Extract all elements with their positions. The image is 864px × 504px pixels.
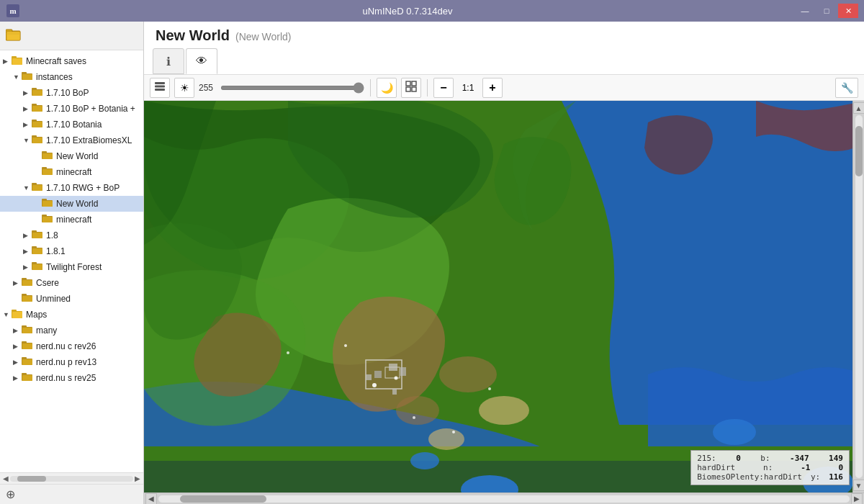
map-vertical-scrollbar[interactable]: ▲ ▼ [852, 101, 864, 492]
map-horizontal-scrollbar[interactable]: ◀ ▶ [144, 492, 864, 504]
tree-item-new-world-2[interactable]: New World [0, 196, 143, 212]
tree-arrow[interactable]: ▶ [23, 105, 32, 112]
zoom-level: 1:1 [458, 83, 478, 93]
tree-item-twilight-forest[interactable]: ▶Twilight Forest [0, 259, 143, 275]
tree-item-v181[interactable]: ▶1.8.1 [0, 243, 143, 259]
hscroll-left-arrow[interactable]: ◀ [145, 493, 157, 505]
svg-rect-23 [32, 138, 42, 143]
tree-arrow[interactable]: ▶ [23, 248, 32, 255]
tree-item-label: nerd.nu c rev26 [36, 341, 96, 351]
world-subtitle: (New World) [235, 31, 292, 42]
tree-item-nerd-nu-p[interactable]: ▶nerd.nu p rev13 [0, 354, 143, 370]
close-button[interactable]: ✕ [838, 4, 858, 18]
tree-arrow[interactable]: ▼ [13, 73, 22, 81]
svg-rect-75 [412, 87, 416, 91]
maximize-button[interactable]: □ [816, 4, 837, 18]
wrench-icon: 🔧 [841, 82, 853, 94]
svg-point-85 [428, 428, 464, 450]
tree-item-v18[interactable]: ▶1.8 [0, 228, 143, 243]
tree-item-new-world-1[interactable]: New World [0, 148, 143, 164]
tree-item-1710-bop-botania[interactable]: ▶1.7.10 BoP + Botania + [0, 101, 143, 117]
layers-button[interactable] [150, 78, 170, 98]
tree-item-minecraft-2[interactable]: minecraft [0, 212, 143, 228]
tree-arrow[interactable]: ▼ [3, 311, 12, 318]
tree-item-maps[interactable]: ▼Maps [0, 307, 143, 323]
tree-arrow[interactable]: ▶ [23, 89, 32, 96]
hscroll-right-arrow[interactable]: ▶ [851, 493, 863, 505]
svg-rect-49 [22, 278, 27, 280]
tree-item-label: Unmined [36, 294, 71, 304]
folder-icon [32, 119, 43, 130]
tree-item-1710-extrabiomesxl[interactable]: ▼1.7.10 ExtraBiomesXL [0, 132, 143, 148]
svg-rect-53 [22, 296, 32, 302]
tree-arrow[interactable]: ▶ [13, 343, 22, 350]
tree-item-minecraft-saves[interactable]: ▶Minecraft saves [0, 53, 143, 69]
grid-button[interactable] [401, 78, 421, 98]
folder-icon [22, 372, 33, 384]
sun-icon: ☀ [180, 82, 189, 94]
minimize-button[interactable]: — [795, 4, 815, 18]
tree-item-unmined[interactable]: Unmined [0, 291, 143, 307]
tree-arrow[interactable]: ▶ [13, 327, 22, 334]
tab-info[interactable]: ℹ [153, 48, 184, 74]
folder-icon [42, 214, 53, 225]
folder-icon [32, 261, 43, 273]
map-container[interactable]: 215: 0 b: -347 149 hardDirt n: -1 0 [144, 101, 864, 492]
brightness-slider[interactable] [220, 86, 364, 90]
scroll-right-arrow[interactable]: ▶ [135, 474, 140, 482]
vscroll-thumb[interactable] [855, 126, 863, 176]
tree-item-instances[interactable]: ▼instances [0, 69, 143, 85]
tree-item-label: New World [56, 199, 98, 209]
folder-icon [32, 182, 43, 194]
svg-rect-58 [22, 325, 27, 328]
brightness-button[interactable]: ☀ [174, 78, 194, 98]
svg-rect-13 [32, 88, 37, 90]
svg-point-93 [372, 383, 377, 387]
svg-rect-7 [12, 56, 17, 58]
tree-item-csere[interactable]: ▶Csere [0, 275, 143, 291]
tree-item-1710-botania[interactable]: ▶1.7.10 Botania [0, 117, 143, 132]
svg-rect-52 [22, 294, 27, 296]
coord-block-label: hardDirt [697, 463, 735, 472]
zoom-in-button[interactable]: + [482, 78, 503, 98]
tree-item-nerd-nu-s[interactable]: ▶nerd.nu s rev25 [0, 370, 143, 386]
tree-arrow[interactable]: ▶ [13, 359, 22, 366]
hscroll-thumb[interactable] [180, 495, 266, 503]
vscroll-down-arrow[interactable]: ▼ [853, 480, 865, 491]
svg-rect-47 [32, 264, 42, 270]
coord-b-val2: 149 [829, 454, 843, 463]
tree-item-label: 1.8 [46, 230, 58, 240]
open-folder-icon[interactable] [6, 28, 22, 44]
folder-icon [42, 166, 53, 178]
map-toolbar: ☀ 255 🌙 − [144, 75, 864, 101]
svg-rect-89 [374, 371, 382, 378]
tree-item-label: Maps [26, 310, 47, 320]
tree-arrow[interactable]: ▶ [23, 232, 32, 239]
vscroll-up-arrow[interactable]: ▲ [853, 102, 865, 114]
sidebar-horizontal-scrollbar[interactable]: ◀ ▶ [0, 472, 143, 484]
tree-arrow[interactable]: ▶ [23, 264, 32, 271]
tree-item-1710-bop[interactable]: ▶1.7.10 BoP [0, 85, 143, 101]
zoom-out-button[interactable]: − [433, 78, 454, 98]
scroll-left-arrow[interactable]: ◀ [3, 474, 9, 482]
tree-arrow[interactable]: ▼ [23, 184, 32, 192]
night-mode-button[interactable]: 🌙 [377, 78, 397, 98]
settings-button[interactable]: 🔧 [835, 78, 858, 98]
tree-item-many[interactable]: ▶many [0, 323, 143, 338]
svg-rect-14 [32, 90, 42, 96]
tree-item-minecraft-1[interactable]: minecraft [0, 164, 143, 180]
add-button[interactable]: ⊕ [0, 484, 143, 504]
svg-rect-28 [42, 167, 47, 169]
tree-item-1710-rwg-bop[interactable]: ▼1.7.10 RWG + BoP [0, 180, 143, 196]
svg-rect-22 [32, 135, 37, 138]
coordinates-overlay: 215: 0 b: -347 149 hardDirt n: -1 0 [690, 450, 850, 485]
tree-arrow[interactable]: ▼ [23, 137, 32, 144]
tree-arrow[interactable]: ▶ [23, 121, 32, 128]
svg-rect-25 [42, 151, 47, 153]
tree-item-nerd-nu-c[interactable]: ▶nerd.nu c rev26 [0, 338, 143, 354]
tab-view[interactable]: 👁 [186, 48, 217, 74]
tree-arrow[interactable]: ▶ [13, 374, 22, 382]
svg-rect-70 [155, 86, 165, 88]
tree-arrow[interactable]: ▶ [3, 58, 12, 65]
tree-arrow[interactable]: ▶ [13, 279, 22, 287]
